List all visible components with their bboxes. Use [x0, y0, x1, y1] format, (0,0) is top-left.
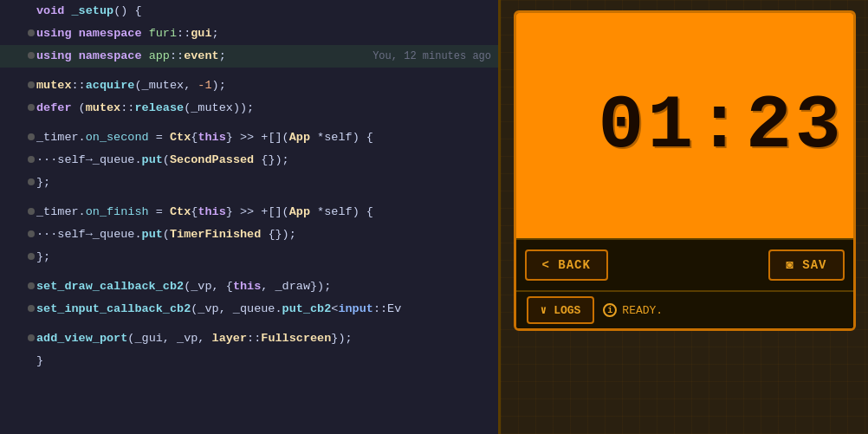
ready-label: READY.: [622, 304, 663, 317]
code-content: set_draw_callback_cb2(_vp, {this, _draw}…: [36, 275, 498, 298]
code-line: }: [0, 350, 498, 372]
syntax-token: } >> +[](: [226, 205, 289, 218]
code-line: set_draw_callback_cb2(_vp, {this, _draw}…: [0, 275, 498, 298]
syntax-token: } >> +[](: [226, 131, 289, 144]
line-dot: [28, 321, 35, 327]
code-line: _timer.on_finish = Ctx{this} >> +[](App …: [0, 201, 498, 223]
line-dot: [28, 253, 35, 260]
syntax-token: event: [184, 49, 219, 62]
timer-display: 01:23: [598, 83, 844, 169]
syntax-token: acquire: [86, 79, 135, 92]
code-line: using namespace furi::gui;: [0, 23, 498, 45]
syntax-token: _queue: [233, 302, 275, 315]
syntax-token: set_draw_callback_cb2: [36, 280, 184, 293]
syntax-token: .: [275, 302, 282, 315]
syntax-token: Fullscreen: [261, 332, 331, 345]
syntax-token: ,: [219, 302, 233, 315]
syntax-token: _vp: [198, 302, 218, 315]
code-content: _timer.on_finish = Ctx{this} >> +[](App …: [36, 201, 498, 223]
code-line: [0, 269, 498, 275]
syntax-token: ,: [261, 280, 275, 293]
syntax-token: .: [134, 153, 141, 166]
syntax-token: self: [324, 205, 352, 218]
syntax-token: on_finish: [86, 205, 149, 218]
code-line: ···self→_queue.put(SecondPassed {});: [0, 149, 498, 172]
code-content: };: [36, 246, 498, 269]
code-editor: void _setup() {using namespace furi::gui…: [0, 0, 498, 372]
syntax-token: });: [331, 332, 352, 345]
syntax-token: [142, 27, 149, 40]
syntax-token: ::: [120, 101, 134, 114]
syntax-token: };: [36, 176, 50, 189]
line-dot: [28, 52, 35, 59]
syntax-token: self: [324, 131, 352, 144]
syntax-token: [142, 49, 149, 62]
syntax-token: _setup: [72, 4, 114, 17]
syntax-token: ,: [198, 332, 211, 345]
syntax-token: ::: [177, 27, 191, 40]
syntax-token: ···: [36, 228, 57, 241]
syntax-token: (: [163, 228, 170, 241]
syntax-token: (: [134, 79, 141, 92]
syntax-token: app: [149, 49, 170, 62]
syntax-token: Ctx: [170, 131, 191, 144]
line-dot: [28, 230, 35, 237]
syntax-token: mutex: [36, 79, 72, 92]
line-dot: [28, 208, 35, 215]
syntax-token: put_cb2: [282, 302, 332, 315]
line-dot: [28, 120, 35, 126]
syntax-token: =: [149, 205, 170, 218]
syntax-token: App: [289, 205, 310, 218]
syntax-token: _vp: [191, 280, 211, 293]
line-dot: [28, 7, 35, 14]
syntax-token: put: [142, 153, 163, 166]
syntax-token: _timer: [36, 205, 79, 218]
syntax-token: _mutex: [142, 79, 185, 92]
code-content: set_input_callback_cb2(_vp, _queue.put_c…: [36, 298, 498, 321]
line-dot: [28, 282, 35, 289]
syntax-token: _draw: [275, 280, 310, 293]
syntax-token: ,: [184, 79, 198, 92]
back-button[interactable]: < BACK: [525, 249, 608, 281]
code-line: add_view_port(_gui, _vp, layer::Fullscre…: [0, 327, 498, 350]
code-line: defer (mutex::release(_mutex));: [0, 97, 498, 120]
syntax-token: namespace: [79, 49, 142, 62]
syntax-token: void: [36, 4, 64, 17]
code-content: }: [36, 350, 498, 372]
device-frame: 01:23 < BACK ◙ SAV ∨ LOGS i READY.: [514, 10, 856, 331]
code-line: using namespace app::event;You, 12 minut…: [0, 45, 498, 68]
syntax-token: ) {: [353, 131, 373, 144]
syntax-token: _queue: [93, 228, 135, 241]
code-content: void _setup() {: [36, 0, 498, 23]
logs-button[interactable]: ∨ LOGS: [527, 296, 595, 324]
syntax-token: SecondPassed: [170, 153, 254, 166]
syntax-token: self: [57, 153, 85, 166]
syntax-token: using: [36, 27, 72, 40]
syntax-token: ::: [247, 332, 261, 345]
syntax-token: →: [86, 153, 93, 166]
code-content: add_view_port(_gui, _vp, layer::Fullscre…: [36, 327, 498, 350]
save-button[interactable]: ◙ SAV: [768, 249, 844, 281]
code-content: using namespace furi::gui;: [36, 23, 498, 45]
syntax-token: {});: [254, 153, 289, 166]
syntax-token: input: [338, 302, 373, 315]
syntax-token: };: [36, 250, 50, 263]
syntax-token: ::: [170, 49, 184, 62]
code-line: };: [0, 246, 498, 269]
syntax-token: ,: [163, 332, 177, 345]
line-dot: [28, 29, 35, 36]
device-statusbar: ∨ LOGS i READY.: [516, 290, 853, 328]
line-dot: [28, 194, 35, 201]
syntax-token: Ctx: [170, 205, 191, 218]
code-panel: void _setup() {using namespace furi::gui…: [0, 0, 498, 434]
syntax-token: .: [134, 228, 141, 241]
device-panel: 01:23 < BACK ◙ SAV ∨ LOGS i READY.: [498, 0, 868, 434]
code-line: void _setup() {: [0, 0, 498, 23]
syntax-token: _mutex: [191, 101, 233, 114]
code-content: mutex::acquire(_mutex, -1);: [36, 74, 498, 97]
syntax-token: this: [198, 131, 225, 144]
syntax-token: this: [233, 280, 261, 293]
code-content: _timer.on_second = Ctx{this} >> +[](App …: [36, 126, 498, 149]
line-dot: [28, 156, 35, 163]
syntax-token: (: [72, 101, 86, 114]
